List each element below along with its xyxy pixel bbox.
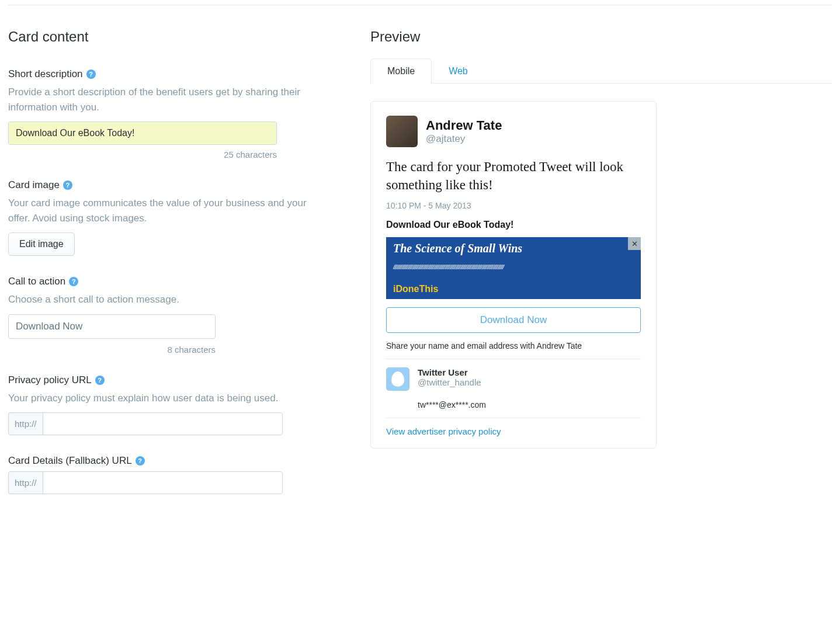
fallback-url-input[interactable] <box>43 471 283 494</box>
preview-tabs: Mobile Web <box>370 58 832 84</box>
section-title: Card content <box>8 29 335 45</box>
card-image-field: Card image ? Your card image communicate… <box>8 179 335 256</box>
top-divider <box>8 5 832 5</box>
url-prefix: http:// <box>8 412 43 435</box>
privacy-url-input[interactable] <box>43 412 283 435</box>
close-icon[interactable]: ✕ <box>628 237 641 250</box>
cta-help: Choose a short call to action message. <box>8 292 324 307</box>
short-description-field: Short description ? Provide a short desc… <box>8 68 335 159</box>
edit-image-button[interactable]: Edit image <box>8 232 75 256</box>
cta-field: Call to action ? Choose a short call to … <box>8 276 335 355</box>
author-handle: @ajtatey <box>426 133 502 145</box>
preview-card: Andrew Tate @ajtatey The card for your P… <box>370 101 657 449</box>
card-image-label: Card image <box>8 179 60 191</box>
privacy-policy-link[interactable]: View advertiser privacy policy <box>386 426 501 436</box>
card-image-help: Your card image communicates the value o… <box>8 196 324 225</box>
divider <box>386 359 641 359</box>
tab-web[interactable]: Web <box>432 58 485 84</box>
egg-avatar-icon <box>386 367 409 391</box>
banner-brand: iDoneThis <box>393 284 438 294</box>
card-cta-button[interactable]: Download Now <box>386 307 641 333</box>
fallback-url-field: Card Details (Fallback) URL ? http:// <box>8 455 335 494</box>
card-description-preview: Download Our eBook Today! <box>386 220 641 230</box>
card-content-form: Card content Short description ? Provide… <box>8 29 335 514</box>
cta-char-count: 8 characters <box>8 345 216 355</box>
avatar <box>386 116 418 147</box>
divider <box>386 418 641 418</box>
privacy-url-field: Privacy policy URL ? Your privacy policy… <box>8 374 335 436</box>
url-prefix: http:// <box>8 471 43 494</box>
help-icon[interactable]: ? <box>69 277 78 286</box>
short-description-char-count: 25 characters <box>8 150 277 159</box>
privacy-url-help: Your privacy policy must explain how use… <box>8 391 324 406</box>
short-description-input[interactable] <box>8 121 277 145</box>
cta-label: Call to action <box>8 276 65 287</box>
sample-user-name: Twitter User <box>418 367 481 377</box>
help-icon[interactable]: ? <box>86 70 96 79</box>
banner-decoration: ////////////////////////////////////////… <box>393 263 634 270</box>
tweet-timestamp: 10:10 PM - 5 May 2013 <box>386 201 641 210</box>
sample-user-row: Twitter User @twitter_handle <box>386 367 641 391</box>
banner-title: The Science of Small Wins <box>393 242 634 255</box>
short-description-label: Short description <box>8 68 83 80</box>
share-prompt: Share your name and email address with A… <box>386 341 641 350</box>
card-image-preview: The Science of Small Wins //////////////… <box>386 237 641 299</box>
privacy-url-label: Privacy policy URL <box>8 374 92 386</box>
tab-mobile[interactable]: Mobile <box>370 58 432 84</box>
preview-panel: Preview Mobile Web Andrew Tate @ajtatey … <box>370 29 832 514</box>
tweet-text: The card for your Promoted Tweet will lo… <box>386 158 641 194</box>
help-icon[interactable]: ? <box>136 456 145 466</box>
sample-user-handle: @twitter_handle <box>418 377 481 387</box>
fallback-url-label: Card Details (Fallback) URL <box>8 455 132 467</box>
short-description-help: Provide a short description of the benef… <box>8 85 324 114</box>
sample-user-email: tw****@ex****.com <box>418 400 641 409</box>
help-icon[interactable]: ? <box>95 376 105 385</box>
author-name: Andrew Tate <box>426 118 502 133</box>
help-icon[interactable]: ? <box>63 180 72 190</box>
preview-title: Preview <box>370 29 832 45</box>
cta-select[interactable]: Download Now <box>8 314 216 339</box>
